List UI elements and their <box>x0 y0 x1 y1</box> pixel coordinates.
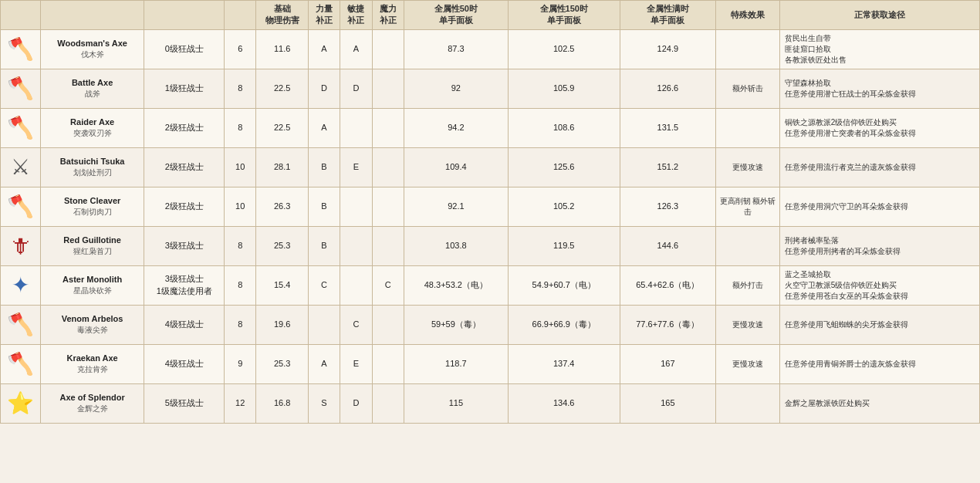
weapon-name-cn: 猩红枭首刀 <box>44 246 141 257</box>
weapon-weight: 6 <box>225 29 256 69</box>
header-icon <box>1 1 41 30</box>
weapon-strength: B <box>308 147 340 187</box>
weapon-icon: ⚔ <box>4 150 37 184</box>
table-row: 🪓 Battle Axe 战斧 1级狂战士 8 22.5 D D 92 105.… <box>1 69 980 108</box>
weapon-icon-cell: 🪓 <box>1 305 41 344</box>
weapon-phys-dmg: 11.6 <box>256 29 308 69</box>
weapon-strength: A <box>308 108 340 147</box>
weapon-all150: 102.5 <box>508 29 620 69</box>
weapon-name-cn: 划划处刑刃 <box>44 167 141 178</box>
weapon-skill: 5级狂战士 <box>144 383 225 423</box>
weapon-phys-dmg: 22.5 <box>256 108 308 147</box>
weapon-all150: 54.9+60.7（电） <box>508 265 620 305</box>
weapon-dex <box>340 108 372 147</box>
weapon-obtain: 任意斧使用飞蛆蜘蛛的尖牙炼金获得 <box>779 305 979 344</box>
weapon-obtain: 守望森林拾取任意斧使用潜亡狂战士的耳朵炼金获得 <box>779 69 979 108</box>
weapon-allmax: 144.6 <box>620 226 715 265</box>
weapon-name-cell: Batsuichi Tsuka 划划处刑刃 <box>40 147 144 187</box>
weapon-phys-dmg: 16.8 <box>256 383 308 423</box>
header-name <box>40 1 144 30</box>
weapon-allmax: 131.5 <box>620 108 715 147</box>
weapon-all150: 137.4 <box>508 344 620 383</box>
weapon-dex <box>340 226 372 265</box>
weapon-strength: B <box>308 187 340 226</box>
weapon-icon-cell: ⚔ <box>1 147 41 187</box>
weapon-all50: 94.2 <box>404 108 509 147</box>
weapon-special: 更慢攻速 <box>716 344 780 383</box>
weapon-dex <box>340 187 372 226</box>
weapon-skill: 2级狂战士 <box>144 147 225 187</box>
weapon-all150: 108.6 <box>508 108 620 147</box>
header-phys: 基础物理伤害 <box>256 1 308 30</box>
weapon-obtain: 铜铁之源教派2级信仰铁匠处购买任意斧使用潜亡突袭者的耳朵炼金获得 <box>779 108 979 147</box>
table-header-row: 基础物理伤害 力量补正 敏捷补正 魔力补正 全属性50时单手面板 全属性150时… <box>1 1 980 30</box>
weapon-special: 更慢攻速 <box>716 305 780 344</box>
weapon-all150: 105.9 <box>508 69 620 108</box>
weapon-phys-dmg: 25.3 <box>256 226 308 265</box>
weapon-name-cn: 伐木斧 <box>44 49 141 60</box>
weapon-skill: 4级狂战士 <box>144 305 225 344</box>
weapon-name-en: Batsuichi Tsuka <box>44 156 141 167</box>
weapon-name-cell: Venom Arbelos 毒液尖斧 <box>40 305 144 344</box>
weapon-name-cell: Red Guillotine 猩红枭首刀 <box>40 226 144 265</box>
header-allmax: 全属性满时单手面板 <box>620 1 715 30</box>
weapon-weight: 9 <box>225 344 256 383</box>
weapon-all150: 105.2 <box>508 187 620 226</box>
header-obtain: 正常获取途径 <box>779 1 979 30</box>
weapon-magic <box>372 226 404 265</box>
weapon-name-en: Venom Arbelos <box>44 313 141 325</box>
weapon-allmax: 77.6+77.6（毒） <box>620 305 715 344</box>
weapon-all50: 103.8 <box>404 226 509 265</box>
weapon-icon-cell: 🗡 <box>1 226 41 265</box>
weapon-magic <box>372 187 404 226</box>
weapon-icon: 🪓 <box>4 347 37 381</box>
weapon-magic <box>372 69 404 108</box>
weapon-all150: 66.9+66.9（毒） <box>508 305 620 344</box>
table-row: 🪓 Raider Axe 突袭双刃斧 2级狂战士 8 22.5 A 94.2 1… <box>1 108 980 147</box>
weapon-name-cell: Battle Axe 战斧 <box>40 69 144 108</box>
weapon-icon-cell: 🪓 <box>1 29 41 69</box>
table-row: 🪓 Kraekan Axe 克拉肯斧 4级狂战士 9 25.3 A E 118.… <box>1 344 980 383</box>
weapon-phys-dmg: 22.5 <box>256 69 308 108</box>
weapon-weight: 8 <box>225 305 256 344</box>
weapon-name-en: Battle Axe <box>44 77 141 89</box>
weapon-magic <box>372 344 404 383</box>
weapon-icon: ✦ <box>4 269 37 302</box>
table-row: ⭐ Axe of Splendor 金辉之斧 5级狂战士 12 16.8 S D… <box>1 383 980 423</box>
weapon-allmax: 65.4+62.6（电） <box>620 265 715 305</box>
weapon-name-cn: 金辉之斧 <box>44 404 141 414</box>
weapon-dex: D <box>340 69 372 108</box>
weapon-icon: 🪓 <box>4 111 37 145</box>
header-all50: 全属性50时单手面板 <box>404 1 509 30</box>
weapon-weight: 8 <box>225 265 256 305</box>
table-row: ✦ Aster Monolith 星晶块砍斧 3级狂战士1级魔法使用者 8 15… <box>1 265 980 305</box>
weapon-all50: 115 <box>404 383 509 423</box>
weapon-icon: 🪓 <box>4 32 37 66</box>
weapon-name-cell: Stone Cleaver 石制切肉刀 <box>40 187 144 226</box>
weapon-allmax: 126.6 <box>620 69 715 108</box>
table-row: ⚔ Batsuichi Tsuka 划划处刑刃 2级狂战士 10 28.1 B … <box>1 147 980 187</box>
header-skill <box>144 1 225 30</box>
weapon-name-cn: 突袭双刃斧 <box>44 128 141 139</box>
weapon-phys-dmg: 19.6 <box>256 305 308 344</box>
weapon-strength: C <box>308 265 340 305</box>
weapons-table: 基础物理伤害 力量补正 敏捷补正 魔力补正 全属性50时单手面板 全属性150时… <box>0 0 980 424</box>
weapon-allmax: 126.3 <box>620 187 715 226</box>
table-container: 基础物理伤害 力量补正 敏捷补正 魔力补正 全属性50时单手面板 全属性150时… <box>0 0 980 424</box>
weapon-special <box>716 29 780 69</box>
weapon-dex: A <box>340 29 372 69</box>
weapon-icon-cell: 🪓 <box>1 108 41 147</box>
weapon-icon-cell: 🪓 <box>1 69 41 108</box>
weapon-skill: 2级狂战士 <box>144 108 225 147</box>
weapon-skill: 1级狂战士 <box>144 69 225 108</box>
header-all150: 全属性150时单手面板 <box>508 1 620 30</box>
weapon-dex: E <box>340 147 372 187</box>
weapon-dex: D <box>340 383 372 423</box>
weapon-icon: 🪓 <box>4 72 37 106</box>
weapon-icon-cell: 🪓 <box>1 187 41 226</box>
weapon-obtain: 金辉之屋教派铁匠处购买 <box>779 383 979 423</box>
weapon-all50: 92.1 <box>404 187 509 226</box>
table-row: 🪓 Woodsman's Axe 伐木斧 0级狂战士 6 11.6 A A 87… <box>1 29 980 69</box>
weapon-dex: E <box>340 344 372 383</box>
weapon-all150: 134.6 <box>508 383 620 423</box>
